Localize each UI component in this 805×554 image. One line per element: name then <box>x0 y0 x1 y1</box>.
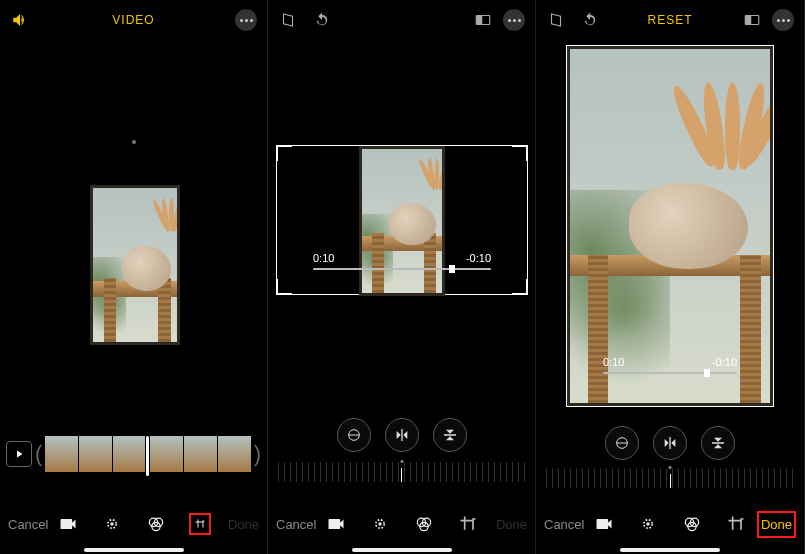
adjust-icon[interactable] <box>369 513 391 535</box>
flip-horizontal-icon[interactable] <box>653 426 687 460</box>
flip-vertical-icon[interactable] <box>701 426 735 460</box>
page-dot <box>132 140 136 144</box>
home-indicator <box>620 548 720 552</box>
more-icon[interactable] <box>503 9 525 31</box>
time-scrubber[interactable]: 0:10 -0:10 <box>313 252 491 264</box>
screenshot-2: 0:10 -0:10 Cancel Done <box>268 0 536 554</box>
crop-icon[interactable] <box>457 513 479 535</box>
screenshot-1: VIDEO ( ) Cancel Do <box>0 0 268 554</box>
aspect-ratio-icon[interactable] <box>473 10 493 30</box>
svg-point-19 <box>646 522 649 525</box>
trim-handle-right[interactable]: ) <box>254 441 261 467</box>
time-elapsed: 0:10 <box>313 252 334 264</box>
angle-ruler[interactable] <box>546 468 794 488</box>
cancel-button[interactable]: Cancel <box>276 517 316 532</box>
svg-rect-6 <box>476 16 482 25</box>
angle-ruler[interactable] <box>278 462 525 482</box>
video-preview[interactable] <box>567 46 773 406</box>
filters-icon[interactable] <box>145 513 167 535</box>
skew-icon[interactable] <box>546 10 566 30</box>
cancel-button[interactable]: Cancel <box>8 517 48 532</box>
video-mode-icon[interactable] <box>57 513 79 535</box>
bottombar: Cancel Done <box>536 506 804 542</box>
reset-button[interactable]: RESET <box>647 13 692 27</box>
time-remaining: -0:10 <box>712 356 737 368</box>
svg-point-10 <box>378 522 381 525</box>
straighten-icon[interactable] <box>605 426 639 460</box>
rotate-icon[interactable] <box>580 10 600 30</box>
video-mode-icon[interactable] <box>325 513 347 535</box>
adjust-icon[interactable] <box>101 513 123 535</box>
crop-frame[interactable]: 0:10 -0:10 <box>566 45 774 407</box>
screenshot-3: RESET 0:10 -0:10 <box>536 0 805 554</box>
flip-vertical-icon[interactable] <box>433 418 467 452</box>
time-elapsed: 0:10 <box>603 356 624 368</box>
playhead[interactable] <box>146 436 149 476</box>
skew-icon[interactable] <box>278 10 298 30</box>
flip-horizontal-icon[interactable] <box>385 418 419 452</box>
svg-point-1 <box>110 522 113 525</box>
sound-icon[interactable] <box>10 10 30 30</box>
video-preview[interactable] <box>90 185 180 345</box>
bottombar: Cancel Done <box>268 506 535 542</box>
time-remaining: -0:10 <box>466 252 491 264</box>
video-timeline[interactable]: ( ) <box>6 434 261 474</box>
trim-handle-left[interactable]: ( <box>35 441 42 467</box>
svg-rect-15 <box>745 16 751 25</box>
aspect-ratio-icon[interactable] <box>742 10 762 30</box>
cancel-button[interactable]: Cancel <box>544 517 584 532</box>
topbar: RESET <box>536 0 804 40</box>
straighten-icon[interactable] <box>337 418 371 452</box>
more-icon[interactable] <box>772 9 794 31</box>
time-scrubber[interactable]: 0:10 -0:10 <box>603 356 737 368</box>
transform-tools <box>268 418 535 452</box>
transform-tools <box>536 426 804 460</box>
crop-handle-tl[interactable] <box>276 145 292 161</box>
home-indicator <box>84 548 184 552</box>
more-icon[interactable] <box>235 9 257 31</box>
crop-handle-bl[interactable] <box>276 279 292 295</box>
rotate-icon[interactable] <box>312 10 332 30</box>
video-preview[interactable] <box>359 146 445 296</box>
done-button[interactable]: Done <box>496 517 527 532</box>
play-icon <box>13 448 25 460</box>
crop-handle-tr[interactable] <box>512 145 528 161</box>
video-mode-icon[interactable] <box>593 513 615 535</box>
done-button[interactable]: Done <box>757 511 796 538</box>
crop-frame[interactable]: 0:10 -0:10 <box>276 145 528 295</box>
bottombar: Cancel Done <box>0 506 267 542</box>
play-button[interactable] <box>6 441 32 467</box>
mode-title: VIDEO <box>112 13 154 27</box>
topbar <box>268 0 535 40</box>
home-indicator <box>352 548 452 552</box>
crop-handle-br[interactable] <box>512 279 528 295</box>
crop-icon[interactable] <box>189 513 211 535</box>
crop-icon[interactable] <box>725 513 747 535</box>
timeline-frames[interactable] <box>45 436 250 472</box>
filters-icon[interactable] <box>681 513 703 535</box>
adjust-icon[interactable] <box>637 513 659 535</box>
topbar: VIDEO <box>0 0 267 40</box>
filters-icon[interactable] <box>413 513 435 535</box>
done-button[interactable]: Done <box>228 517 259 532</box>
